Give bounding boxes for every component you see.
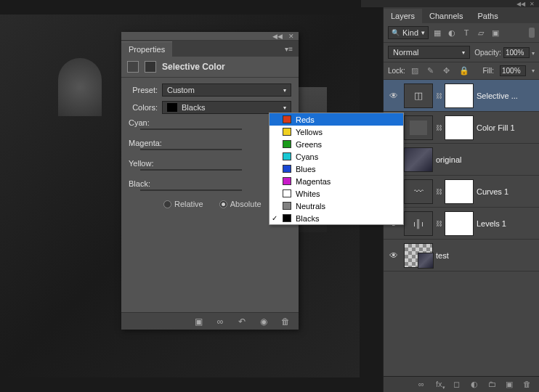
visibility-icon[interactable]: ◉ xyxy=(258,316,270,327)
relative-radio[interactable] xyxy=(163,200,171,208)
clip-icon[interactable]: ▣ xyxy=(192,316,204,327)
adjustment-filter-icon[interactable]: ◐ xyxy=(446,27,458,38)
layer-name[interactable]: Color Fill 1 xyxy=(477,123,536,132)
layer-stack[interactable]: 👁◫⛓Selective ...⛓Color Fill 1👁original👁〰… xyxy=(384,80,539,271)
chevron-down-icon: ▾ xyxy=(283,87,286,94)
dropdown-item[interactable]: Magentas xyxy=(270,175,403,187)
type-filter-icon[interactable]: T xyxy=(461,27,472,38)
new-layer-icon[interactable]: ▣ xyxy=(506,380,516,390)
layer-name[interactable]: Levels 1 xyxy=(477,219,536,228)
layer-row[interactable]: 👁◫⛓Selective ... xyxy=(384,80,539,112)
tab-channels[interactable]: Channels xyxy=(422,9,470,23)
panel-menu-icon[interactable]: ▾≡ xyxy=(285,45,293,53)
absolute-label: Absolute xyxy=(230,200,262,208)
blend-mode-select[interactable]: Normal ▾ xyxy=(388,46,470,59)
layer-thumbnail[interactable]: 〰 xyxy=(404,179,433,204)
color-swatch-icon xyxy=(167,103,177,112)
layer-mask-thumbnail[interactable] xyxy=(445,115,474,140)
lock-position-icon[interactable]: ✥ xyxy=(443,66,453,76)
blend-mode-value: Normal xyxy=(393,48,418,57)
layer-row[interactable]: 👁ı║ı⛓Levels 1 xyxy=(384,208,539,240)
magenta-slider[interactable] xyxy=(140,149,242,150)
dropdown-item[interactable]: Whites xyxy=(270,187,403,200)
layer-thumbnail[interactable]: ı║ı xyxy=(404,211,433,236)
layer-thumbnail[interactable] xyxy=(404,147,433,172)
adjustment-icon[interactable]: ◐ xyxy=(471,380,481,390)
layer-mask-thumbnail[interactable] xyxy=(445,83,474,108)
preset-select[interactable]: Custom ▾ xyxy=(162,83,291,97)
absolute-radio[interactable] xyxy=(219,200,227,208)
link-icon[interactable]: ⛓ xyxy=(436,220,442,227)
tab-layers[interactable]: Layers xyxy=(384,9,422,23)
layer-name[interactable]: Curves 1 xyxy=(477,187,536,196)
layer-filter-row: 🔍 Kind ▾ ▦ ◐ T ▱ ▣ xyxy=(384,23,539,43)
visibility-toggle[interactable]: 👁 xyxy=(386,250,401,261)
black-label: Black: xyxy=(129,179,291,188)
lock-transparent-icon[interactable]: ▨ xyxy=(411,66,421,76)
colors-value: Blacks xyxy=(182,103,205,112)
dropdown-item-label: Yellows xyxy=(296,128,323,136)
layer-thumbnail[interactable] xyxy=(404,243,433,268)
lock-all-icon[interactable]: 🔒 xyxy=(459,66,469,76)
blend-row: Normal ▾ Opacity: ▾ xyxy=(384,43,539,62)
collapse-icon[interactable]: ◀◀ xyxy=(516,1,525,7)
collapse-icon[interactable]: ◀◀ xyxy=(272,33,283,40)
black-slider[interactable] xyxy=(140,189,242,191)
opacity-field[interactable] xyxy=(503,47,530,58)
color-swatch-icon xyxy=(283,189,291,197)
group-icon[interactable]: 🗀 xyxy=(488,380,498,390)
layer-row[interactable]: 👁test xyxy=(384,240,539,271)
dropdown-item[interactable]: Yellows xyxy=(270,126,403,138)
dropdown-item[interactable]: Cyans xyxy=(270,150,403,163)
link-icon[interactable]: ∞ xyxy=(214,316,226,327)
yellow-label: Yellow: xyxy=(129,159,291,168)
dropdown-item[interactable]: Neutrals xyxy=(270,200,403,212)
colors-dropdown[interactable]: RedsYellowsGreensCyansBluesMagentasWhite… xyxy=(269,113,404,225)
dropdown-item[interactable]: Greens xyxy=(270,138,403,150)
chevron-down-icon[interactable]: ▾ xyxy=(532,50,535,57)
dropdown-item[interactable]: ✓Blacks xyxy=(270,212,403,224)
yellow-slider[interactable] xyxy=(140,169,242,171)
lock-image-icon[interactable]: ✎ xyxy=(427,66,437,76)
link-icon[interactable]: ⛓ xyxy=(436,188,442,195)
link-icon[interactable]: ⛓ xyxy=(436,124,442,131)
layer-row[interactable]: 👁original xyxy=(384,144,539,176)
layer-thumbnail[interactable] xyxy=(404,115,433,140)
kind-filter-select[interactable]: 🔍 Kind ▾ xyxy=(388,26,429,39)
close-icon[interactable]: ✕ xyxy=(288,33,294,40)
dropdown-item-label: Neutrals xyxy=(296,202,325,211)
smart-filter-icon[interactable]: ▣ xyxy=(490,27,501,38)
chevron-down-icon[interactable]: ▾ xyxy=(532,68,535,74)
link-icon[interactable]: ⛓ xyxy=(436,92,442,99)
tab-paths[interactable]: Paths xyxy=(471,9,506,23)
fill-field[interactable] xyxy=(500,65,526,76)
fx-icon[interactable]: fx▾ xyxy=(436,380,446,390)
cyan-slider[interactable] xyxy=(140,128,242,130)
properties-tab[interactable]: Properties xyxy=(121,41,172,57)
chevron-down-icon: ▾ xyxy=(462,49,465,56)
image-filter-icon[interactable]: ▦ xyxy=(431,27,443,38)
layer-thumbnail[interactable]: ◫ xyxy=(404,83,433,108)
link-icon[interactable]: ∞ xyxy=(418,380,429,390)
dropdown-item[interactable]: Blues xyxy=(270,163,403,175)
reset-icon[interactable]: ↶ xyxy=(236,316,248,327)
shape-filter-icon[interactable]: ▱ xyxy=(475,27,487,38)
color-swatch-icon xyxy=(283,115,291,123)
filter-toggle[interactable] xyxy=(529,28,535,38)
chevron-down-icon: ▾ xyxy=(421,29,425,36)
layer-mask-thumbnail[interactable] xyxy=(445,211,474,236)
layer-name[interactable]: Selective ... xyxy=(477,91,536,100)
layer-mask-thumbnail[interactable] xyxy=(445,179,474,204)
layer-name[interactable]: test xyxy=(436,251,536,260)
layer-name[interactable]: original xyxy=(436,155,536,164)
color-swatch-icon xyxy=(283,214,291,222)
relative-label: Relative xyxy=(174,200,203,208)
delete-icon[interactable]: 🗑 xyxy=(280,316,291,327)
delete-icon[interactable]: 🗑 xyxy=(523,380,533,390)
close-icon[interactable]: ✕ xyxy=(530,1,535,7)
dropdown-item[interactable]: Reds xyxy=(270,113,403,126)
visibility-toggle[interactable]: 👁 xyxy=(386,91,401,101)
mask-icon[interactable]: ◻ xyxy=(453,380,463,390)
layer-row[interactable]: 👁〰⛓Curves 1 xyxy=(384,176,539,208)
layer-row[interactable]: ⛓Color Fill 1 xyxy=(384,112,539,144)
